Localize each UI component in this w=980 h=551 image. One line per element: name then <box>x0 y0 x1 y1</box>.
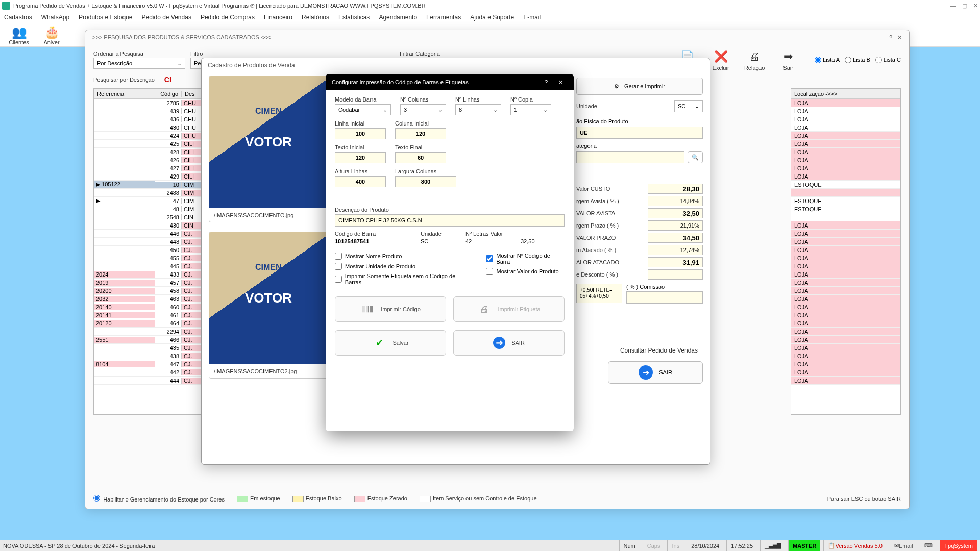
menu-financeiro[interactable]: Financeiro <box>264 14 292 21</box>
table-row[interactable]: 430CIN <box>94 221 217 230</box>
table-row[interactable]: 48CIM <box>94 205 217 213</box>
loc-row[interactable]: ESTOQUE <box>791 181 900 189</box>
status-email[interactable]: ✉ Email <box>890 540 917 551</box>
status-versao[interactable]: 📋 Versão Vendas 5.0 <box>823 540 886 551</box>
menu-pedido-de-compras[interactable]: Pedido de Compras <box>201 14 255 21</box>
loc-row[interactable]: LOJA <box>791 246 900 254</box>
loc-row[interactable]: LOJA <box>791 99 900 107</box>
habilitar-cores-radio[interactable]: Habilitar o Gerenciamento do Estoque por… <box>93 495 225 503</box>
status-keyboard-icon[interactable]: ⌨ <box>920 540 937 551</box>
loc-row[interactable]: LOJA <box>791 221 900 230</box>
table-row[interactable]: ▶ 47CIM <box>94 197 217 205</box>
loc-row[interactable]: ESTOQUE <box>791 197 900 205</box>
maximize-icon[interactable]: ▢ <box>962 3 967 9</box>
loc-row[interactable]: LOJA <box>791 336 900 344</box>
unidade-select[interactable]: SC⌄ <box>674 100 703 112</box>
loc-row[interactable]: LOJA <box>791 156 900 164</box>
margem-atacado-field[interactable]: 12,74% <box>648 245 703 255</box>
frete-field[interactable]: +0,50FRETE= 05+4%+0,50 <box>576 284 622 303</box>
menu-ajuda-e-suporte[interactable]: Ajuda e Suporte <box>470 14 514 21</box>
texto-inicial-field[interactable]: 120 <box>335 152 386 163</box>
loc-row[interactable]: LOJA <box>791 172 900 181</box>
table-row[interactable]: 2551466CJ. <box>94 336 217 344</box>
imprimir-codigo-button[interactable]: ⦀⦀⦀Imprimir Código <box>335 296 446 322</box>
loc-row[interactable]: LOJA <box>791 115 900 123</box>
margem-avista-field[interactable]: 14,84% <box>648 196 703 206</box>
loc-row[interactable]: LOJA <box>791 254 900 262</box>
loc-row[interactable]: LOJA <box>791 311 900 319</box>
col-header-cod[interactable]: Código <box>155 91 182 97</box>
gerar-imprimir-button[interactable]: ⚙ Gerar e Imprimir <box>576 78 703 95</box>
loc-row[interactable]: ESTOQUE <box>791 205 900 213</box>
loc-row[interactable]: LOJA <box>791 238 900 246</box>
texto-final-field[interactable]: 60 <box>395 152 446 163</box>
lista-b-radio[interactable]: Lista B <box>845 57 870 63</box>
loc-row[interactable]: LOJA <box>791 262 900 270</box>
table-row[interactable]: 2548CIN <box>94 213 217 221</box>
product-image-1[interactable]: CIMENVOTOR .\IMAGENS\SACOCIMENTO.jpg <box>209 76 328 222</box>
mostrar-nome-checkbox[interactable] <box>335 253 342 260</box>
table-row[interactable]: 2488CIM <box>94 189 217 197</box>
loc-row[interactable] <box>791 213 900 221</box>
table-row[interactable]: 444CJ. <box>94 377 217 385</box>
product-image-2[interactable]: CIMENVOTOR .\IMAGENS\SACOCIMENTO2.jpg <box>209 232 328 379</box>
search-input[interactable]: CI <box>160 74 176 85</box>
menu-relatórios[interactable]: Relatórios <box>302 14 329 21</box>
loc-row[interactable]: LOJA <box>791 319 900 328</box>
loc-row[interactable]: LOJA <box>791 344 900 352</box>
valor-custo-field[interactable]: 28,30 <box>648 184 703 194</box>
valor-field[interactable]: 32,50 <box>521 238 561 244</box>
table-row[interactable]: 20120464CJ. <box>94 319 217 328</box>
status-fpqsystem[interactable]: FpqSystem <box>940 540 977 551</box>
menu-cadastros[interactable]: Cadastros <box>4 14 32 21</box>
unidade-field[interactable]: SC <box>421 238 456 244</box>
n-linhas-select[interactable]: 8 <box>455 104 501 115</box>
search-categoria-button[interactable]: 🔍 <box>688 151 703 163</box>
linha-inicial-field[interactable]: 100 <box>335 128 386 139</box>
coluna-inicial-field[interactable]: 120 <box>395 128 446 139</box>
menu-pedido-de-vendas[interactable]: Pedido de Vendas <box>141 14 191 21</box>
loc-row[interactable]: LOJA <box>791 377 900 385</box>
comissao-field[interactable] <box>626 291 703 304</box>
table-row[interactable]: 2024433CJ. <box>94 270 217 279</box>
table-row[interactable]: 455CJ. <box>94 254 217 262</box>
loc-row[interactable]: LOJA <box>791 107 900 115</box>
table-row[interactable]: 428CILI <box>94 148 217 156</box>
table-row[interactable]: 445CJ. <box>94 262 217 270</box>
loc-row[interactable]: LOJA <box>791 148 900 156</box>
imprimir-somente-etiqueta-checkbox[interactable] <box>335 276 342 283</box>
desconto-field[interactable] <box>648 269 703 280</box>
loc-row[interactable]: LOJA <box>791 360 900 368</box>
table-row[interactable]: 438CJ. <box>94 352 217 360</box>
loc-row[interactable]: LOJA <box>791 303 900 311</box>
table-row[interactable]: 436CHU <box>94 115 217 123</box>
loc-row[interactable]: LOJA <box>791 295 900 303</box>
n-letras-field[interactable]: 42 <box>465 238 511 244</box>
table-row[interactable]: 448CJ. <box>94 238 217 246</box>
menu-agendamento[interactable]: Agendamento <box>379 14 417 21</box>
menu-whatsapp[interactable]: WhatsApp <box>41 14 69 21</box>
relação-button[interactable]: 🖨Relação <box>739 48 770 71</box>
valor-avista-field[interactable]: 32,50 <box>648 208 703 218</box>
menu-estatísticas[interactable]: Estatísticas <box>338 14 370 21</box>
lista-a-radio[interactable]: Lista A <box>815 57 840 63</box>
loc-row[interactable]: LOJA <box>791 279 900 287</box>
loc-row[interactable]: LOJA <box>791 164 900 172</box>
loc-row[interactable]: LOJA <box>791 230 900 238</box>
n-copia-select[interactable]: 1 <box>510 104 551 115</box>
table-row[interactable]: 435CJ. <box>94 344 217 352</box>
menu-ferramentas[interactable]: Ferramentas <box>426 14 461 21</box>
categoria-field[interactable] <box>576 151 684 163</box>
products-grid[interactable]: Referencia Código Des 2785CHU439CHU436CH… <box>93 88 218 415</box>
loc-row[interactable] <box>791 189 900 197</box>
descricao-produto-field[interactable]: CIMENTO CPII F 32 50KG C.S.N <box>335 214 565 227</box>
help-icon[interactable]: ? <box>889 34 892 40</box>
consultar-pedido-link[interactable]: Consultar Pedido de Vendas <box>620 347 698 354</box>
table-row[interactable]: 424CHU <box>94 132 217 140</box>
valor-prazo-field[interactable]: 34,50 <box>648 233 703 243</box>
table-row[interactable]: 446CJ. <box>94 230 217 238</box>
codigo-barra-field[interactable]: 10125487541 <box>335 238 411 244</box>
salvar-button[interactable]: ✔Salvar <box>335 330 446 356</box>
aniver-button[interactable]: 🎂Aniver <box>37 25 66 45</box>
lista-c-radio[interactable]: Lista C <box>875 57 901 63</box>
